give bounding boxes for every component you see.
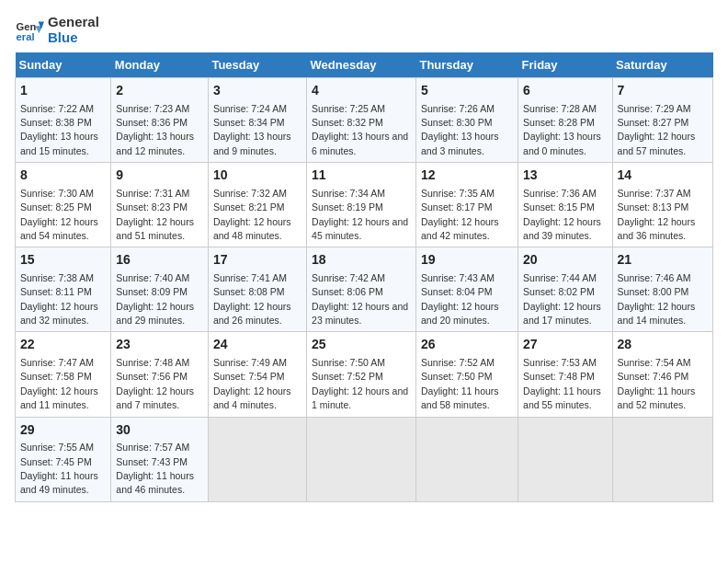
- sunset-text: Sunset: 7:46 PM: [618, 371, 689, 382]
- sunset-text: Sunset: 7:54 PM: [213, 371, 285, 382]
- calendar-cell: 13 Sunrise: 7:36 AM Sunset: 8:15 PM Dayl…: [518, 163, 613, 247]
- calendar-cell: [612, 417, 712, 501]
- logo-line1: General: [48, 15, 99, 30]
- svg-marker-3: [35, 26, 42, 33]
- day-number: 21: [618, 251, 708, 270]
- calendar-week-row: 22 Sunrise: 7:47 AM Sunset: 7:58 PM Dayl…: [16, 332, 713, 417]
- day-number: 17: [213, 251, 301, 270]
- daylight-text: Daylight: 12 hours and 23 minutes.: [312, 301, 408, 326]
- calendar-cell: 12 Sunrise: 7:35 AM Sunset: 8:17 PM Dayl…: [415, 163, 518, 247]
- sunrise-text: Sunrise: 7:54 AM: [618, 357, 691, 368]
- sunrise-text: Sunrise: 7:50 AM: [312, 357, 385, 368]
- logo-line2: Blue: [48, 30, 99, 46]
- sunset-text: Sunset: 8:27 PM: [618, 117, 689, 128]
- calendar-cell: 27 Sunrise: 7:53 AM Sunset: 7:48 PM Dayl…: [518, 332, 613, 417]
- daylight-text: Daylight: 12 hours and 36 minutes.: [618, 216, 696, 241]
- daylight-text: Daylight: 12 hours and 1 minute.: [312, 385, 408, 410]
- sunset-text: Sunset: 8:17 PM: [421, 201, 493, 213]
- sunset-text: Sunset: 8:04 PM: [421, 286, 493, 297]
- calendar-cell: 11 Sunrise: 7:34 AM Sunset: 8:19 PM Dayl…: [307, 163, 416, 247]
- day-header-sunday: Sunday: [16, 52, 111, 78]
- daylight-text: Daylight: 11 hours and 52 minutes.: [618, 385, 696, 410]
- day-number: 14: [618, 167, 708, 185]
- day-number: 24: [213, 336, 301, 354]
- logo-icon: Gen eral: [15, 16, 44, 45]
- sunset-text: Sunset: 7:52 PM: [312, 371, 383, 382]
- sunrise-text: Sunrise: 7:47 AM: [20, 357, 94, 368]
- sunrise-text: Sunrise: 7:24 AM: [213, 103, 287, 114]
- daylight-text: Daylight: 12 hours and 14 minutes.: [618, 301, 696, 326]
- daylight-text: Daylight: 13 hours and 9 minutes.: [213, 131, 291, 155]
- calendar-cell: 14 Sunrise: 7:37 AM Sunset: 8:13 PM Dayl…: [612, 163, 712, 247]
- calendar-cell: 30 Sunrise: 7:57 AM Sunset: 7:43 PM Dayl…: [111, 417, 209, 501]
- daylight-text: Daylight: 13 hours and 3 minutes.: [421, 131, 499, 155]
- day-number: 27: [523, 336, 608, 354]
- day-number: 16: [116, 251, 203, 270]
- calendar-cell: 16 Sunrise: 7:40 AM Sunset: 8:09 PM Dayl…: [111, 247, 209, 332]
- calendar-cell: [415, 417, 518, 501]
- sunset-text: Sunset: 7:43 PM: [116, 456, 188, 467]
- sunrise-text: Sunrise: 7:22 AM: [20, 103, 94, 114]
- sunset-text: Sunset: 8:15 PM: [523, 201, 595, 213]
- sunset-text: Sunset: 7:58 PM: [20, 371, 92, 382]
- sunrise-text: Sunrise: 7:30 AM: [20, 188, 94, 199]
- daylight-text: Daylight: 12 hours and 20 minutes.: [421, 301, 499, 326]
- daylight-text: Daylight: 12 hours and 48 minutes.: [213, 216, 291, 241]
- daylight-text: Daylight: 11 hours and 49 minutes.: [20, 470, 98, 495]
- calendar-cell: 5 Sunrise: 7:26 AM Sunset: 8:30 PM Dayli…: [415, 78, 518, 163]
- sunrise-text: Sunrise: 7:40 AM: [116, 272, 189, 283]
- sunrise-text: Sunrise: 7:26 AM: [421, 103, 495, 114]
- calendar-table: SundayMondayTuesdayWednesdayThursdayFrid…: [15, 52, 713, 502]
- calendar-cell: [208, 417, 306, 501]
- day-number: 9: [116, 167, 203, 185]
- logo: Gen eral General Blue: [15, 15, 99, 45]
- sunrise-text: Sunrise: 7:38 AM: [20, 272, 94, 283]
- daylight-text: Daylight: 13 hours and 6 minutes.: [312, 131, 408, 155]
- calendar-cell: 1 Sunrise: 7:22 AM Sunset: 8:38 PM Dayli…: [16, 78, 111, 163]
- calendar-cell: 26 Sunrise: 7:52 AM Sunset: 7:50 PM Dayl…: [415, 332, 518, 417]
- daylight-text: Daylight: 12 hours and 26 minutes.: [213, 301, 291, 326]
- calendar-cell: 15 Sunrise: 7:38 AM Sunset: 8:11 PM Dayl…: [16, 247, 111, 332]
- day-number: 5: [421, 82, 513, 100]
- sunset-text: Sunset: 7:50 PM: [421, 371, 493, 382]
- calendar-week-row: 8 Sunrise: 7:30 AM Sunset: 8:25 PM Dayli…: [16, 163, 713, 247]
- calendar-cell: 19 Sunrise: 7:43 AM Sunset: 8:04 PM Dayl…: [415, 247, 518, 332]
- calendar-cell: 4 Sunrise: 7:25 AM Sunset: 8:32 PM Dayli…: [307, 78, 416, 163]
- sunset-text: Sunset: 8:11 PM: [20, 286, 92, 297]
- calendar-cell: 24 Sunrise: 7:49 AM Sunset: 7:54 PM Dayl…: [208, 332, 306, 417]
- day-header-saturday: Saturday: [612, 52, 712, 78]
- day-number: 18: [312, 251, 411, 270]
- sunrise-text: Sunrise: 7:36 AM: [523, 188, 597, 199]
- calendar-cell: 23 Sunrise: 7:48 AM Sunset: 7:56 PM Dayl…: [111, 332, 209, 417]
- day-number: 13: [523, 167, 608, 185]
- sunset-text: Sunset: 8:32 PM: [312, 117, 383, 128]
- daylight-text: Daylight: 11 hours and 46 minutes.: [116, 470, 194, 495]
- calendar-cell: 7 Sunrise: 7:29 AM Sunset: 8:27 PM Dayli…: [612, 78, 712, 163]
- day-number: 4: [312, 82, 411, 100]
- day-number: 26: [421, 336, 513, 354]
- sunset-text: Sunset: 8:02 PM: [523, 286, 595, 297]
- calendar-cell: 6 Sunrise: 7:28 AM Sunset: 8:28 PM Dayli…: [518, 78, 613, 163]
- sunset-text: Sunset: 7:45 PM: [20, 456, 92, 467]
- calendar-cell: 25 Sunrise: 7:50 AM Sunset: 7:52 PM Dayl…: [307, 332, 416, 417]
- sunrise-text: Sunrise: 7:35 AM: [421, 188, 495, 199]
- calendar-cell: 10 Sunrise: 7:32 AM Sunset: 8:21 PM Dayl…: [208, 163, 306, 247]
- calendar-cell: 9 Sunrise: 7:31 AM Sunset: 8:23 PM Dayli…: [111, 163, 209, 247]
- sunrise-text: Sunrise: 7:34 AM: [312, 188, 385, 199]
- daylight-text: Daylight: 12 hours and 17 minutes.: [523, 301, 601, 326]
- day-number: 3: [213, 82, 301, 100]
- daylight-text: Daylight: 13 hours and 15 minutes.: [20, 131, 98, 155]
- svg-text:Gen: Gen: [17, 21, 37, 32]
- sunset-text: Sunset: 8:19 PM: [312, 201, 383, 213]
- sunset-text: Sunset: 7:56 PM: [116, 371, 188, 382]
- daylight-text: Daylight: 11 hours and 58 minutes.: [421, 385, 499, 410]
- calendar-cell: 29 Sunrise: 7:55 AM Sunset: 7:45 PM Dayl…: [16, 417, 111, 501]
- sunrise-text: Sunrise: 7:43 AM: [421, 272, 495, 283]
- daylight-text: Daylight: 12 hours and 45 minutes.: [312, 216, 408, 241]
- day-header-tuesday: Tuesday: [208, 52, 306, 78]
- calendar-body: 1 Sunrise: 7:22 AM Sunset: 8:38 PM Dayli…: [16, 78, 713, 502]
- calendar-week-row: 29 Sunrise: 7:55 AM Sunset: 7:45 PM Dayl…: [16, 417, 713, 501]
- sunset-text: Sunset: 8:23 PM: [116, 201, 188, 213]
- day-number: 30: [116, 421, 203, 440]
- svg-text:eral: eral: [17, 31, 35, 42]
